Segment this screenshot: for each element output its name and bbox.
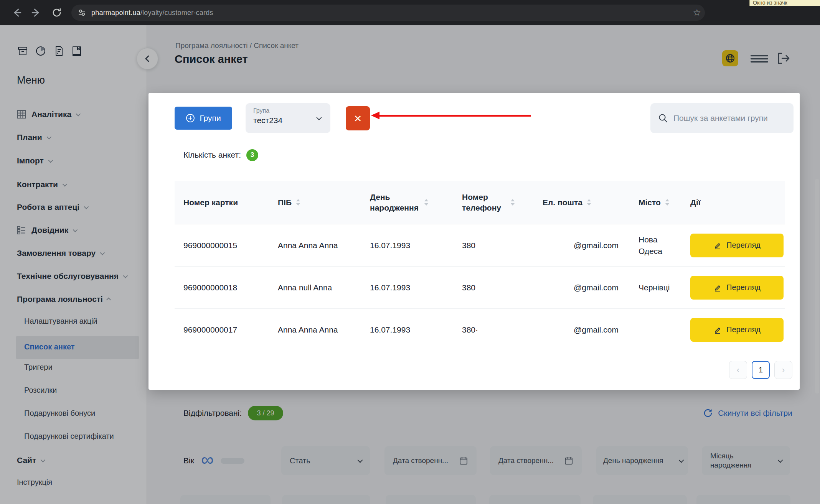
cell-birthday: 16.07.1993	[361, 324, 453, 335]
column-header-actions: Дії	[681, 197, 785, 208]
browser-chrome: pharmapoint.ua/loyalty/customer-cards ☆	[0, 0, 820, 25]
group-select[interactable]: Група тест234	[246, 103, 330, 133]
column-header-card-number: Номер картки	[175, 197, 269, 208]
count-badge: 3	[246, 149, 258, 161]
sort-icon	[586, 198, 592, 207]
groups-button[interactable]: Групи	[175, 107, 232, 130]
clear-group-button[interactable]: ×	[346, 106, 370, 130]
customer-cards-panel: Групи Група тест234 × Кількість анкет: 3	[148, 93, 800, 390]
cell-card-number: 969000000018	[175, 282, 269, 293]
cell-phone: 380	[453, 282, 533, 293]
sort-icon	[665, 198, 670, 207]
column-header-email[interactable]: Ел. пошта	[533, 197, 629, 208]
cell-actions: Перегляд	[681, 318, 785, 342]
table-row: 969000000015 Anna Anna Anna 16.07.1993 3…	[175, 224, 785, 266]
count-label: Кількість анкет:	[183, 150, 241, 160]
app-root: Меню Аналітика Плани Імпорт Контракти Ро…	[0, 25, 820, 504]
cell-city: Чернівці	[629, 282, 681, 293]
table-row: 969000000017 Anna Anna Anna 16.07.1993 3…	[175, 308, 785, 351]
bookmark-star-icon[interactable]: ☆	[693, 7, 701, 18]
card-toolbar: Групи Група тест234 ×	[175, 103, 794, 133]
cell-phone: 380·	[453, 324, 533, 335]
page-prev-button[interactable]: ‹	[729, 361, 747, 379]
customer-table: Номер картки ПІБ День народження Номер т…	[175, 181, 785, 351]
cell-name: Anna Anna Anna	[269, 324, 361, 335]
chevron-left-icon: ‹	[737, 365, 739, 375]
browser-tooltip: Окно из значк	[749, 0, 820, 6]
sort-icon	[424, 198, 429, 207]
column-header-birthday[interactable]: День народження	[361, 192, 453, 214]
cell-city: Нова Одеса	[629, 234, 681, 257]
cell-name: Anna Anna Anna	[269, 240, 361, 251]
search-icon	[658, 113, 668, 123]
cell-email: @gmail.com	[533, 240, 629, 251]
site-info-icon[interactable]	[77, 8, 87, 18]
chevron-right-icon: ›	[782, 365, 785, 375]
view-button[interactable]: Перегляд	[690, 234, 784, 257]
column-header-city[interactable]: Місто	[629, 197, 681, 208]
annotation-arrow-line	[379, 115, 531, 117]
annotation-arrow-icon	[371, 112, 379, 119]
view-button[interactable]: Перегляд	[690, 276, 784, 300]
table-header-row: Номер картки ПІБ День народження Номер т…	[175, 181, 785, 224]
url-bar[interactable]: pharmapoint.ua/loyalty/customer-cards ☆	[71, 5, 705, 21]
view-button[interactable]: Перегляд	[690, 318, 784, 342]
cell-email: @gmail.com	[533, 282, 629, 293]
url-path: /loyalty/customer-cards	[140, 9, 213, 16]
url-host: pharmapoint.ua	[91, 9, 140, 16]
back-icon[interactable]	[12, 7, 22, 18]
page-number-button[interactable]: 1	[752, 361, 770, 379]
forward-icon[interactable]	[31, 7, 41, 18]
close-icon: ×	[354, 112, 362, 125]
cell-actions: Перегляд	[681, 234, 785, 257]
column-header-phone[interactable]: Номер телефону	[453, 192, 533, 214]
page-next-button[interactable]: ›	[774, 361, 792, 379]
plus-circle-icon	[186, 114, 195, 123]
edit-icon	[713, 283, 722, 292]
screen: pharmapoint.ua/loyalty/customer-cards ☆ …	[0, 0, 820, 504]
edit-icon	[713, 241, 722, 250]
url-text: pharmapoint.ua/loyalty/customer-cards	[91, 9, 213, 17]
table-row: 969000000018 Anna null Anna 16.07.1993 3…	[175, 266, 785, 308]
cell-card-number: 969000000015	[175, 240, 269, 251]
cell-actions: Перегляд	[681, 276, 785, 300]
cell-birthday: 16.07.1993	[361, 282, 453, 293]
cell-name: Anna null Anna	[269, 282, 361, 293]
edit-icon	[713, 326, 722, 334]
pagination: ‹ 1 ›	[729, 361, 792, 379]
sort-icon	[510, 198, 515, 207]
search-box	[650, 103, 794, 133]
group-select-label: Група	[253, 107, 323, 114]
count-row: Кількість анкет: 3	[183, 149, 258, 161]
search-input[interactable]	[673, 114, 786, 123]
cell-phone: 380	[453, 240, 533, 251]
column-header-name[interactable]: ПІБ	[269, 197, 361, 208]
cell-card-number: 969000000017	[175, 324, 269, 335]
group-select-value: тест234	[253, 116, 323, 125]
cell-email: @gmail.com	[533, 324, 629, 335]
cell-birthday: 16.07.1993	[361, 240, 453, 251]
sort-icon	[295, 198, 301, 207]
reload-icon[interactable]	[51, 7, 62, 18]
